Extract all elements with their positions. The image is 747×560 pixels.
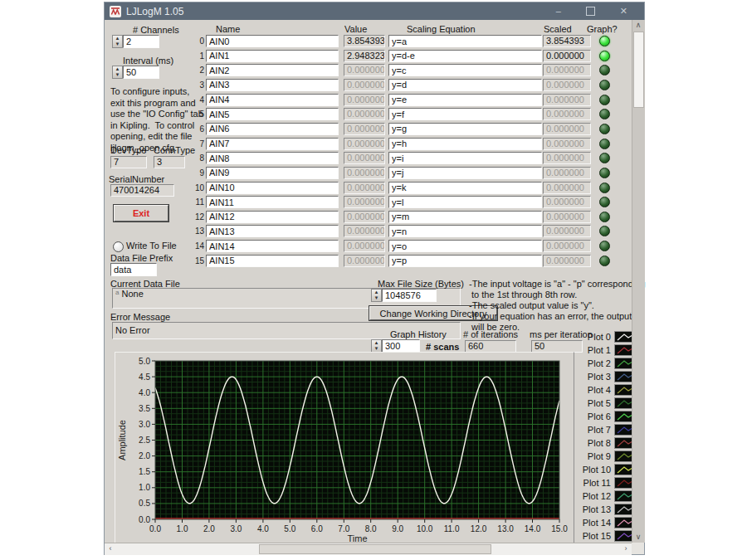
max-file-size-input[interactable] <box>382 289 437 302</box>
close-button[interactable]: ✕ <box>620 7 627 16</box>
svg-text:14.0: 14.0 <box>525 524 541 533</box>
svg-text:3.5: 3.5 <box>139 404 150 413</box>
channel-name-input[interactable] <box>206 255 339 267</box>
channel-name-input[interactable] <box>206 35 339 47</box>
horizontal-scrollbar[interactable]: ‹ › <box>105 543 632 555</box>
graph-led[interactable] <box>599 226 610 236</box>
scaled-value: 0.000000 <box>543 108 591 120</box>
scaled-value: 0.000000 <box>543 138 591 150</box>
scaling-equation-input[interactable] <box>388 225 542 237</box>
channel-name-input[interactable] <box>206 79 339 91</box>
graph-history-input[interactable] <box>382 339 420 353</box>
header-name: Name <box>216 24 240 34</box>
svg-text:0.5: 0.5 <box>139 499 150 508</box>
window-title: LJLogM 1.05 <box>126 6 183 17</box>
legend-label: Plot 1 <box>574 345 611 355</box>
graph-led[interactable] <box>599 80 610 90</box>
graph-led[interactable] <box>599 212 610 222</box>
scroll-right-icon[interactable]: › <box>620 543 632 554</box>
graph-led[interactable] <box>599 168 610 178</box>
svg-text:12.0: 12.0 <box>471 524 487 533</box>
channel-name-input[interactable] <box>206 94 339 106</box>
channel-name-input[interactable] <box>206 182 339 194</box>
graph-led[interactable] <box>599 124 610 134</box>
resize-grip[interactable] <box>632 543 644 554</box>
minimize-button[interactable]: – <box>556 7 561 16</box>
scaling-equation-input[interactable] <box>388 94 542 106</box>
graph-led[interactable] <box>599 95 610 105</box>
graph-led[interactable] <box>599 65 610 75</box>
scaling-equation-input[interactable] <box>388 50 542 62</box>
graph-led[interactable] <box>599 51 610 61</box>
scroll-down-icon[interactable]: ∨ <box>632 532 644 543</box>
channel-name-input[interactable] <box>206 211 339 223</box>
scaled-value: 0.000000 <box>543 225 591 237</box>
channel-name-input[interactable] <box>206 123 339 135</box>
scaling-equation-input[interactable] <box>388 196 542 208</box>
legend-label: Plot 13 <box>574 504 611 514</box>
svg-text:2.0: 2.0 <box>139 451 150 460</box>
graph-led[interactable] <box>599 241 610 251</box>
scaled-value: 0.000000 <box>543 152 591 164</box>
table-row: 12.9483230.000000 <box>105 50 644 63</box>
channel-name-input[interactable] <box>206 240 339 252</box>
iterations-value: 660 <box>465 340 516 353</box>
graph-led[interactable] <box>599 183 610 193</box>
legend-label: Plot 0 <box>574 332 611 342</box>
maximize-button[interactable] <box>586 7 595 16</box>
graph-led[interactable] <box>599 197 610 207</box>
max-file-size-spinner-arrows[interactable]: ▲▼ <box>371 289 382 302</box>
graph-led[interactable] <box>599 36 610 46</box>
table-row: 70.0000000.000000 <box>105 138 644 151</box>
channel-value: 0.000000 <box>344 225 385 237</box>
svg-text:Time: Time <box>347 533 367 542</box>
scaling-equation-input[interactable] <box>388 167 542 179</box>
channel-value: 0.000000 <box>344 152 385 164</box>
scaling-equation-input[interactable] <box>388 211 542 223</box>
channel-name-input[interactable] <box>206 196 339 208</box>
vertical-scrollbar[interactable]: ∧ ∨ <box>632 20 645 543</box>
scaled-value: 0.000000 <box>543 79 591 91</box>
scroll-left-icon[interactable]: ‹ <box>105 543 116 554</box>
channel-name-input[interactable] <box>206 167 339 179</box>
scaling-equation-input[interactable] <box>388 123 542 135</box>
row-index: 5 <box>184 110 204 119</box>
scroll-up-icon[interactable]: ∧ <box>632 20 644 31</box>
table-row: 03.8543933.854393 <box>105 35 644 48</box>
table-row: 100.0000000.000000 <box>105 182 644 195</box>
scaling-equation-input[interactable] <box>388 240 542 252</box>
scaling-equation-input[interactable] <box>388 64 542 76</box>
channel-name-input[interactable] <box>206 152 339 164</box>
scaling-equation-input[interactable] <box>388 182 542 194</box>
channel-name-input[interactable] <box>206 108 339 120</box>
scaled-value: 0.000000 <box>543 64 591 76</box>
channel-name-input[interactable] <box>206 64 339 76</box>
legend-label: Plot 11 <box>574 478 611 488</box>
scaling-equation-input[interactable] <box>388 108 542 120</box>
row-index: 0 <box>184 37 204 46</box>
channel-name-input[interactable] <box>206 225 339 237</box>
row-index: 13 <box>184 226 204 236</box>
vertical-scrollbar-thumb[interactable] <box>633 32 644 108</box>
scaling-equation-input[interactable] <box>388 255 542 267</box>
graph-history-spinner-arrows[interactable]: ▲▼ <box>371 339 382 353</box>
graph-led[interactable] <box>599 109 610 119</box>
scaling-equation-input[interactable] <box>388 79 542 91</box>
graph-led[interactable] <box>599 139 610 149</box>
graph-led[interactable] <box>599 256 610 266</box>
svg-text:13.0: 13.0 <box>497 524 514 533</box>
scaling-equation-input[interactable] <box>388 35 542 47</box>
scaling-equation-input[interactable] <box>388 152 542 164</box>
legend-label: Plot 4 <box>574 385 611 395</box>
channel-name-input[interactable] <box>206 138 339 150</box>
channels-label: # Channels <box>133 25 179 35</box>
svg-text:2.0: 2.0 <box>203 524 215 533</box>
graph-led[interactable] <box>599 153 610 163</box>
header-scaled: Scaled <box>544 24 572 34</box>
channel-name-input[interactable] <box>206 50 339 62</box>
horizontal-scrollbar-thumb[interactable] <box>259 544 491 554</box>
svg-text:0.0: 0.0 <box>139 515 150 524</box>
legend-label: Plot 5 <box>574 398 611 408</box>
table-row: 60.0000000.000000 <box>105 123 644 136</box>
scaling-equation-input[interactable] <box>388 138 542 150</box>
